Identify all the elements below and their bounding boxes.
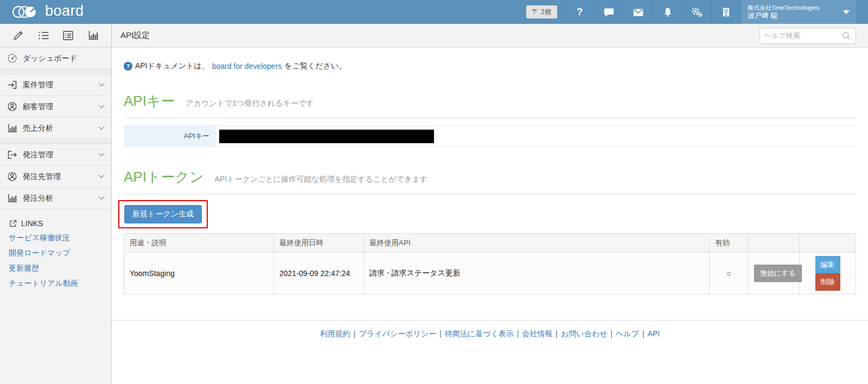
links-heading: LINKS (9, 219, 103, 228)
speech-bubble-icon (603, 7, 615, 18)
help-circle-icon: ? (124, 62, 132, 71)
cell-purpose: YoomStaging (124, 253, 274, 295)
sidebar-item-order-analysis[interactable]: 発注分析 (0, 188, 111, 209)
api-token-subtitle: APIトークンごとに操作可能な処理を指定することができます (215, 175, 427, 184)
bell-icon (662, 7, 673, 18)
cell-last-used-at: 2021-09-09 22:47:24 (274, 253, 364, 295)
list-box-icon[interactable] (62, 29, 74, 42)
user-name: 波戸﨑 駿 (748, 11, 840, 20)
col-purpose: 用途・説明 (124, 234, 274, 253)
chevron-down-icon (98, 152, 105, 157)
sidebar-item-sales-analysis[interactable]: 売上分析 (0, 118, 111, 139)
col-enabled: 有効 (710, 234, 749, 253)
sidebar-item-label: 発注管理 (23, 150, 53, 160)
sign-in-icon (7, 79, 18, 91)
footer-link-api[interactable]: API (648, 329, 660, 338)
quick-actions (0, 24, 112, 47)
edit-token-button[interactable]: 編集 (815, 256, 840, 273)
board-logo-text: board (45, 3, 84, 20)
new-token-button[interactable]: 新規トークン生成 (124, 205, 202, 223)
footer-link-help[interactable]: ヘルプ (616, 329, 639, 338)
footer-link-terms[interactable]: 利用規約 (320, 329, 350, 338)
organization-button[interactable] (711, 0, 741, 24)
col-last-used-api: 最終使用API (364, 234, 710, 253)
account-menu[interactable]: 株式会社TimeTechnologies 波戸﨑 駿 (741, 0, 856, 24)
link-tutorial-videos[interactable]: チュートリアル動画 (9, 278, 103, 289)
disable-token-button[interactable]: 無効にする (754, 265, 802, 282)
links-heading-label: LINKS (21, 219, 43, 228)
footer-link-company-info[interactable]: 会社情報 (522, 329, 552, 338)
sidebar-item-label: 案件管理 (23, 80, 53, 90)
board-logo[interactable]: board (11, 3, 84, 21)
sidebar-item-suppliers[interactable]: 発注先管理 (0, 166, 111, 188)
sidebar-item-dashboard[interactable]: ダッシュボード (0, 48, 111, 69)
list-icon[interactable] (37, 29, 50, 42)
main-panel: ? APIドキュメントは、 board for developers をご覧くだ… (112, 48, 868, 384)
api-doc-notice: ? APIドキュメントは、 board for developers をご覧くだ… (124, 61, 856, 71)
toolbar-row: API設定 (0, 24, 868, 48)
cell-disable: 無効にする (749, 253, 800, 295)
col-last-used-at: 最終使用日時 (274, 234, 364, 253)
sidebar-item-label: 顧客管理 (23, 102, 53, 112)
app-header: board 〒 2枚 ? (0, 0, 868, 24)
sidebar-group-gap (0, 69, 111, 74)
pencil-icon[interactable] (12, 29, 24, 42)
api-token-title: APIトークン (124, 168, 204, 187)
link-changelog[interactable]: 更新履歴 (9, 263, 103, 273)
chat-button[interactable] (594, 0, 623, 24)
sidebar-group-gap (0, 139, 111, 144)
header-spacer (856, 0, 868, 24)
link-dev-roadmap[interactable]: 開発ロードマップ (9, 247, 103, 258)
api-key-value-cell (216, 126, 856, 146)
notifications-button[interactable] (653, 0, 682, 24)
notice-text-pre: APIドキュメントは、 (135, 61, 209, 71)
sign-out-icon (7, 149, 18, 161)
building-icon (721, 7, 731, 18)
sidebar-item-customers[interactable]: 顧客管理 (0, 96, 111, 118)
redacted-api-key (219, 130, 434, 143)
link-service-status[interactable]: サービス稼働状況 (9, 232, 103, 243)
footer-separator: | (354, 329, 356, 338)
cell-last-used-api: 請求 - 請求ステータス更新 (364, 253, 710, 295)
user-circle-icon (7, 171, 18, 182)
chevron-down-icon (98, 196, 105, 201)
help-button[interactable]: ? (565, 0, 594, 24)
sidebar-item-label: ダッシュボード (23, 54, 77, 63)
footer-separator: | (439, 329, 442, 338)
external-link-icon (9, 219, 17, 228)
col-disable (749, 234, 800, 253)
api-token-section-header: APIトークン APIトークンごとに操作可能な処理を指定することができます (124, 168, 856, 194)
settings-button[interactable] (682, 0, 711, 24)
sidebar-item-orders[interactable]: 発注管理 (0, 144, 111, 166)
col-actions (800, 234, 856, 253)
table-header-row: 用途・説明 最終使用日時 最終使用API 有効 (124, 234, 856, 253)
chevron-down-icon (98, 82, 105, 87)
footer-link-commercial-law[interactable]: 特商法に基づく表示 (445, 329, 514, 338)
sidebar-item-label: 売上分析 (23, 124, 53, 133)
footer-separator: | (556, 329, 558, 338)
developers-link[interactable]: board for developers (212, 62, 282, 71)
sidebar-item-projects[interactable]: 案件管理 (0, 74, 111, 96)
chevron-down-icon (843, 10, 850, 14)
stamp-count-badge[interactable]: 〒 2枚 (526, 5, 557, 18)
api-key-section-header: APIキー アカウントで1つ発行されるキーです (124, 92, 856, 118)
delete-token-button[interactable]: 削除 (815, 273, 840, 291)
gauge-icon (7, 53, 18, 64)
api-key-row-label: APIキー (124, 126, 216, 146)
sidebar-item-label: 発注先管理 (23, 172, 61, 182)
api-key-title: APIキー (124, 92, 175, 111)
footer-link-contact[interactable]: お問い合わせ (561, 329, 607, 338)
page-title: API設定 (120, 30, 150, 41)
chevron-down-icon (98, 174, 105, 179)
gears-icon (691, 6, 703, 18)
envelope-icon (633, 7, 644, 18)
help-search-input[interactable] (764, 31, 841, 40)
footer-separator: | (517, 329, 519, 338)
mail-button[interactable] (623, 0, 653, 24)
bar-chart-icon[interactable] (87, 29, 99, 42)
api-token-table: 用途・説明 最終使用日時 最終使用API 有効 YoomStaging 2021… (124, 233, 856, 295)
search-icon[interactable] (841, 31, 851, 41)
footer-separator: | (642, 329, 644, 338)
footer-link-privacy[interactable]: プライバシーポリシー (359, 329, 436, 338)
chevron-down-icon (98, 104, 105, 109)
